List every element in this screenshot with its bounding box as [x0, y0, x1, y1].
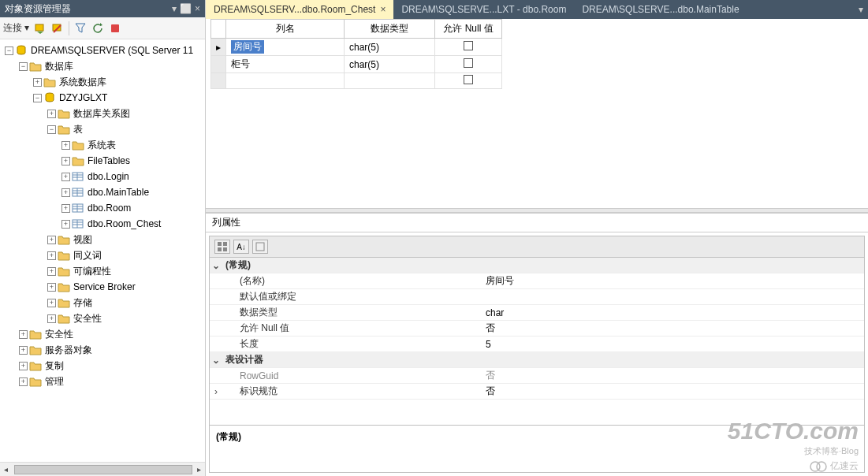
explorer-hscrollbar[interactable]: ◂ ▸: [0, 462, 205, 476]
prop-category-designer[interactable]: ⌄表设计器: [210, 352, 864, 368]
column-grid-panel: 列名 数据类型 允许 Null 值 ▸ 房间号 char(5) 柜号 char(…: [206, 19, 868, 208]
table-room-node[interactable]: +dbo.Room: [61, 200, 205, 216]
properties-pages-button[interactable]: [252, 240, 268, 254]
categorized-button[interactable]: [214, 240, 230, 254]
table-icon: [72, 186, 84, 199]
management-node[interactable]: +管理: [19, 374, 205, 389]
dbsecurity-node[interactable]: +安全性: [47, 311, 205, 326]
checkbox-icon[interactable]: [464, 75, 473, 84]
allownull-cell[interactable]: [435, 56, 502, 73]
colname-cell[interactable]: 房间号: [226, 39, 345, 56]
object-tree[interactable]: −DREAM\SQLSERVER (SQL Server 11 −数据库 +系统…: [0, 39, 205, 462]
svg-rect-24: [218, 247, 222, 251]
folder-icon: [58, 123, 70, 136]
userdb-node[interactable]: −DZYJGLXT: [33, 90, 205, 106]
datatype-cell[interactable]: char(5): [345, 39, 435, 56]
table-icon: [72, 218, 84, 230]
folder-icon: [58, 312, 70, 325]
properties-toolbar: A↓: [209, 236, 865, 257]
tables-node[interactable]: −表: [47, 121, 205, 137]
systables-node[interactable]: +系统表: [61, 137, 205, 153]
server-node[interactable]: −DREAM\SQLSERVER (SQL Server 11: [5, 43, 205, 58]
collapse-icon[interactable]: ⌄: [210, 355, 222, 366]
prop-row-rowguid[interactable]: RowGuid否: [210, 368, 864, 384]
tab-room[interactable]: DREAM\SQLSERVE...LXT - dbo.Room: [393, 0, 574, 19]
filetables-node[interactable]: +FileTables: [61, 153, 205, 169]
prop-row-allownull[interactable]: 允许 Null 值否: [210, 321, 864, 337]
folder-icon: [43, 76, 56, 88]
folder-icon: [58, 233, 70, 246]
replication-node[interactable]: +复制: [19, 358, 205, 374]
connect-dropdown[interactable]: 连接 ▾: [3, 21, 29, 35]
folder-icon: [29, 344, 42, 356]
synonyms-node[interactable]: +同义词: [47, 247, 205, 263]
panel-titlebar: 对象资源管理器 ▾ ⬜ ×: [0, 0, 205, 17]
diagrams-node[interactable]: +数据库关系图: [47, 106, 205, 121]
table-login-node[interactable]: +dbo.Login: [61, 169, 205, 184]
colname-cell[interactable]: [226, 73, 345, 89]
close-icon[interactable]: ×: [380, 4, 386, 15]
collapse-icon[interactable]: ⌄: [210, 260, 222, 271]
header-allownull[interactable]: 允许 Null 值: [435, 20, 502, 39]
tab-maintable[interactable]: DREAM\SQLSERVE...dbo.MainTable: [574, 0, 747, 19]
dropdown-icon[interactable]: ▾: [172, 3, 177, 14]
document-tabs: DREAM\SQLSERV...dbo.Room_Chest× DREAM\SQ…: [206, 0, 868, 19]
svg-rect-0: [35, 24, 43, 31]
svg-rect-23: [223, 242, 227, 246]
prop-row-name[interactable]: (名称)房间号: [210, 273, 864, 289]
scroll-left-icon[interactable]: ◂: [0, 465, 13, 474]
checkbox-icon[interactable]: [464, 41, 473, 50]
filter-icon[interactable]: [74, 22, 87, 35]
connect-icon[interactable]: [34, 22, 47, 35]
prop-row-identity[interactable]: ›标识规范否: [210, 384, 864, 400]
refresh-icon[interactable]: [91, 22, 104, 35]
header-colname[interactable]: 列名: [226, 20, 345, 39]
alphabetical-button[interactable]: A↓: [233, 240, 249, 254]
disconnect-icon[interactable]: [51, 22, 64, 35]
allownull-cell[interactable]: [435, 73, 502, 89]
serverobj-node[interactable]: +服务器对象: [19, 342, 205, 358]
prop-row-datatype[interactable]: 数据类型char: [210, 305, 864, 321]
folder-icon: [58, 281, 70, 293]
expand-icon[interactable]: ›: [210, 386, 222, 397]
row-selector-icon[interactable]: ▸: [211, 39, 226, 56]
allownull-cell[interactable]: [435, 39, 502, 56]
panel-title: 对象资源管理器: [5, 2, 172, 16]
column-row[interactable]: ▸ 房间号 char(5): [211, 39, 502, 56]
table-icon: [72, 170, 84, 183]
svg-rect-26: [256, 243, 264, 251]
column-grid[interactable]: 列名 数据类型 允许 Null 值 ▸ 房间号 char(5) 柜号 char(…: [210, 19, 502, 89]
folder-icon: [58, 296, 70, 309]
scroll-right-icon[interactable]: ▸: [192, 465, 205, 474]
datatype-cell[interactable]: char(5): [345, 56, 435, 73]
scroll-thumb[interactable]: [14, 465, 193, 474]
table-maintable-node[interactable]: +dbo.MainTable: [61, 184, 205, 200]
views-node[interactable]: +视图: [47, 232, 205, 247]
prop-row-default[interactable]: 默认值或绑定: [210, 289, 864, 305]
tab-overflow-icon[interactable]: ▾: [854, 0, 868, 19]
rowhead-blank: [211, 20, 226, 39]
programmability-node[interactable]: +可编程性: [47, 263, 205, 279]
column-row-empty[interactable]: [211, 73, 502, 89]
tab-room-chest[interactable]: DREAM\SQLSERV...dbo.Room_Chest×: [206, 0, 393, 19]
prop-category-general[interactable]: ⌄(常规): [210, 258, 864, 273]
header-datatype[interactable]: 数据类型: [345, 20, 435, 39]
stop-icon[interactable]: [109, 22, 121, 35]
colname-cell[interactable]: 柜号: [226, 56, 345, 73]
pin-icon[interactable]: ⬜: [180, 3, 192, 14]
close-icon[interactable]: ×: [195, 3, 200, 14]
security-node[interactable]: +安全性: [19, 326, 205, 342]
databases-node[interactable]: −数据库: [19, 58, 205, 74]
servicebroker-node[interactable]: +Service Broker: [47, 279, 205, 295]
table-roomchest-node[interactable]: +dbo.Room_Chest: [61, 216, 205, 232]
row-selector[interactable]: [211, 73, 226, 89]
properties-grid[interactable]: ⌄(常规) (名称)房间号 默认值或绑定 数据类型char 允许 Null 值否…: [209, 257, 865, 426]
storage-node[interactable]: +存储: [47, 295, 205, 311]
column-row[interactable]: 柜号 char(5): [211, 56, 502, 73]
column-properties-panel: 列属性 A↓ ⌄(常规) (名称)房间号 默认值或绑定 数据类型char 允许 …: [206, 213, 868, 476]
datatype-cell[interactable]: [345, 73, 435, 89]
prop-row-length[interactable]: 长度5: [210, 337, 864, 352]
sysdb-node[interactable]: +系统数据库: [33, 74, 205, 90]
row-selector[interactable]: [211, 56, 226, 73]
checkbox-icon[interactable]: [464, 58, 473, 68]
